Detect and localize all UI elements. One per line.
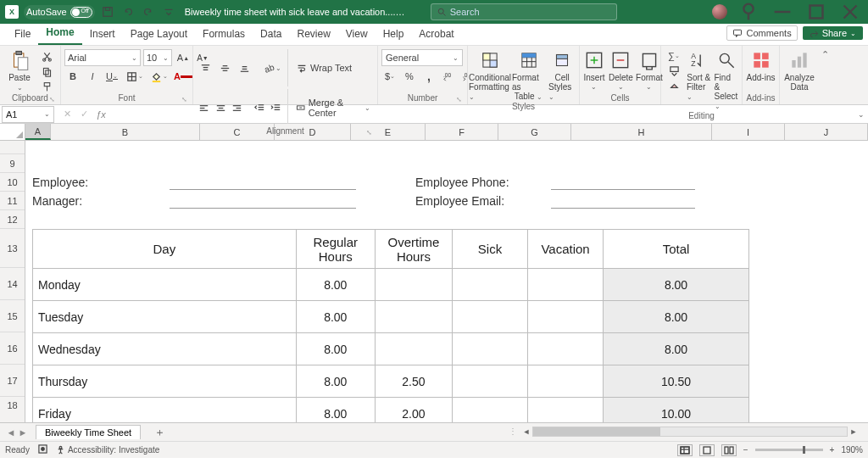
increase-decimal-icon[interactable]: .00 [440,69,457,84]
increase-font-icon[interactable]: A▲ [175,50,192,65]
accounting-button[interactable]: $⌄ [381,69,398,84]
fill-icon[interactable] [665,64,683,77]
percent-button[interactable]: % [401,69,418,84]
tab-help[interactable]: Help [376,25,412,45]
sort-filter-button[interactable]: AZ Sort &Filter ⌄ [687,49,711,102]
tab-acrobat[interactable]: Acrobat [411,25,461,45]
row-header-10[interactable]: 10 [0,173,25,192]
merge-center-button[interactable]: Merge & Center ⌄ [292,100,374,115]
document-title[interactable]: Biweekly time sheet with sick leave and … [185,7,405,18]
font-size-select[interactable]: 10⌄ [143,49,172,66]
col-header-F[interactable]: F [426,124,498,140]
tab-formulas[interactable]: Formulas [195,25,253,45]
row-header-17[interactable]: 17 [0,365,25,397]
employee-value[interactable] [170,175,356,190]
row-header-13[interactable]: 13 [0,229,25,268]
autosave-toggle[interactable]: AutoSave Off [24,5,95,20]
paste-button[interactable]: Paste ⌄ [3,49,36,92]
qat-dropdown-icon[interactable] [161,4,176,20]
macro-record-icon[interactable] [38,444,47,455]
th-total[interactable]: Total [604,230,749,269]
format-cells-button[interactable]: Format⌄ [637,49,662,92]
align-middle-icon[interactable] [216,60,233,75]
border-button[interactable]: ⌄ [123,69,145,84]
scroll-thumb[interactable] [533,427,660,436]
close-icon[interactable] [837,0,863,24]
cell-sick[interactable] [452,269,527,301]
share-button[interactable]: Share⌄ [803,26,863,40]
cut-icon[interactable] [39,49,54,63]
expand-formula-bar-icon[interactable]: ⌄ [858,110,865,119]
insert-cells-button[interactable]: Insert⌄ [583,49,605,92]
row-header-14[interactable]: 14 [0,268,25,300]
col-header-I[interactable]: I [712,124,785,140]
collapse-ribbon-icon[interactable]: ⌃ [819,46,831,104]
cell-total[interactable]: 8.00 [604,269,749,301]
orientation-icon[interactable]: ab⌄ [261,60,283,75]
row-header-18[interactable]: 18 [0,397,25,414]
row-header-15[interactable]: 15 [0,300,25,332]
tab-insert[interactable]: Insert [82,25,123,45]
th-vacation[interactable]: Vacation [528,230,604,269]
worksheet-grid[interactable]: 9 10 11 12 13 14 15 16 17 18 Employee: E… [0,141,868,422]
col-header-A[interactable]: A [25,124,51,140]
tab-scroll-splitter-icon[interactable]: ⋮ [509,427,517,436]
align-right-icon[interactable] [231,100,245,115]
col-header-J[interactable]: J [785,124,868,140]
enter-formula-icon[interactable]: ✓ [76,107,92,122]
cell-reg[interactable]: 8.00 [296,269,375,301]
zoom-out-icon[interactable]: − [743,445,748,455]
decrease-indent-icon[interactable] [253,100,267,115]
conditional-formatting-button[interactable]: ConditionalFormatting ⌄ [471,49,509,102]
autosum-icon[interactable]: ∑⌄ [665,49,683,63]
italic-button[interactable]: I [84,69,101,84]
row-header-11[interactable]: 11 [0,192,25,210]
scroll-right-icon[interactable]: ► [848,426,860,438]
user-avatar[interactable] [712,4,727,20]
col-header-G[interactable]: G [498,124,571,140]
coming-soon-icon[interactable] [736,0,761,24]
employee-phone-value[interactable] [551,175,695,190]
zoom-level[interactable]: 190% [841,445,863,455]
cell-day[interactable]: Monday [33,269,297,301]
row-header-16[interactable]: 16 [0,332,25,365]
search-input[interactable]: Search [431,3,617,20]
th-overtime-hours[interactable]: Overtime Hours [375,230,452,269]
cell-vac[interactable] [528,269,604,301]
accessibility-status[interactable]: Accessibility: Investigate [56,445,159,455]
analyze-data-button[interactable]: AnalyzeData [783,49,815,92]
page-break-view-icon[interactable] [721,444,737,456]
wrap-text-button[interactable]: Wrap Text [292,60,355,75]
comments-button[interactable]: Comments [726,25,797,41]
fill-color-button[interactable]: ⌄ [147,69,170,84]
zoom-in-icon[interactable]: + [830,445,835,455]
save-icon[interactable] [100,4,115,20]
increase-indent-icon[interactable] [270,100,284,115]
tab-view[interactable]: View [338,25,376,45]
addins-button[interactable]: Add-ins [746,49,776,82]
th-sick[interactable]: Sick [452,230,527,269]
comma-button[interactable]: , [420,69,437,84]
tab-home[interactable]: Home [38,23,81,45]
scroll-left-icon[interactable]: ◄ [520,426,532,438]
horizontal-scrollbar[interactable]: ◄ ► [520,426,860,438]
copy-icon[interactable] [39,64,54,78]
tab-data[interactable]: Data [253,25,289,45]
cell-styles-button[interactable]: CellStyles ⌄ [548,49,576,102]
th-regular-hours[interactable]: Regular Hours [296,230,375,269]
select-all-button[interactable] [0,124,25,140]
number-format-select[interactable]: General⌄ [381,49,463,66]
find-select-button[interactable]: Find &Select ⌄ [715,49,739,111]
normal-view-icon[interactable] [677,444,693,456]
format-as-table-button[interactable]: Format asTable ⌄ [512,49,545,102]
manager-value[interactable] [170,193,356,209]
bold-button[interactable]: B [64,69,81,84]
col-header-B[interactable]: B [51,124,200,140]
zoom-slider[interactable] [755,449,823,451]
minimize-icon[interactable] [770,0,795,24]
row-header-12[interactable]: 12 [0,210,25,229]
tab-review[interactable]: Review [289,25,337,45]
undo-icon[interactable] [120,4,136,20]
font-color-button[interactable]: A [172,69,194,84]
clear-icon[interactable] [665,78,683,92]
